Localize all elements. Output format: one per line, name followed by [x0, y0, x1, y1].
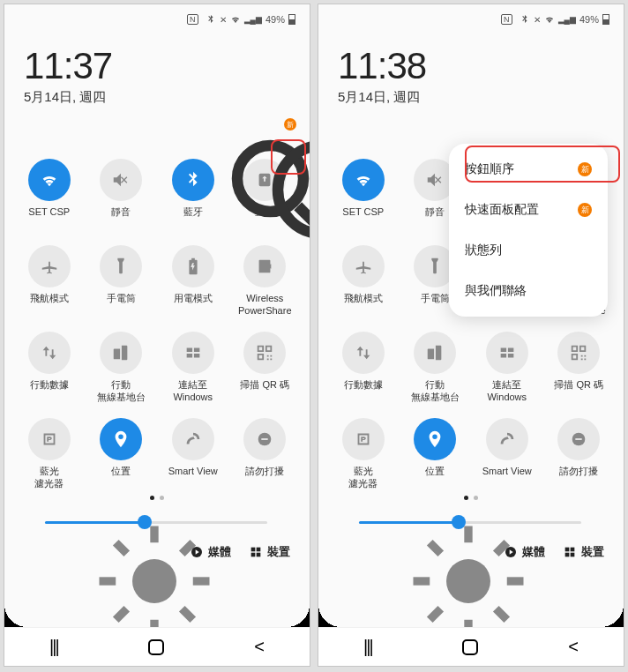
tile-icon-wifi[interactable]	[28, 159, 71, 201]
tile-windows[interactable]: 連結至 Windows	[157, 332, 229, 404]
tile-qr[interactable]: 掃描 QR 碼	[543, 332, 616, 404]
media-button[interactable]: 媒體	[190, 544, 231, 560]
tile-icon-smartview[interactable]	[172, 418, 214, 460]
clock-time: 11:37	[24, 45, 290, 87]
devices-button[interactable]: 裝置	[249, 544, 290, 560]
clock-time: 11:38	[338, 45, 604, 87]
status-bar: N ✕ ▂▄▆ 49%	[4, 4, 310, 31]
dnd-icon	[255, 429, 274, 449]
clock-date: 5月14日, 週四	[24, 89, 290, 106]
tile-label: 請勿打擾	[559, 466, 598, 490]
settings-button[interactable]	[230, 123, 248, 141]
corner	[287, 604, 310, 627]
tile-qr[interactable]: 掃描 QR 碼	[229, 332, 302, 404]
airplane-icon	[40, 257, 59, 276]
tile-label: SET CSP	[342, 206, 384, 231]
tile-data[interactable]: 行動數據	[327, 332, 400, 404]
tile-icon-hotspot[interactable]	[414, 332, 456, 374]
bluelight-icon	[40, 429, 59, 449]
brightness-expand[interactable]	[590, 514, 606, 530]
tile-location[interactable]: 位置	[86, 418, 158, 490]
battery-text: 49%	[579, 14, 599, 25]
grid-icon	[563, 545, 577, 559]
back-button[interactable]: <	[568, 637, 579, 657]
tile-icon-bluelight[interactable]	[28, 418, 71, 460]
tile-icon-mute[interactable]	[100, 159, 142, 201]
brightness-slider[interactable]	[359, 521, 581, 524]
tile-dnd[interactable]: 請勿打擾	[229, 418, 302, 490]
tile-wifi[interactable]: SET CSP	[13, 159, 86, 231]
tile-bluelight[interactable]: 藍光 濾光器	[327, 418, 400, 490]
menu-item-2[interactable]: 狀態列	[449, 230, 608, 271]
tile-smartview[interactable]: Smart View	[471, 418, 543, 490]
back-button[interactable]: <	[254, 637, 265, 657]
media-button[interactable]: 媒體	[504, 544, 545, 560]
signal-icon: ▂▄▆	[558, 15, 576, 24]
tile-wifi[interactable]: SET CSP	[327, 159, 400, 231]
tile-airplane[interactable]: 飛航模式	[13, 245, 86, 317]
tile-data[interactable]: 行動數據	[13, 332, 86, 404]
menu-item-1[interactable]: 快速面板配置 新	[449, 190, 608, 230]
tile-icon-dnd[interactable]	[557, 418, 600, 460]
tile-icon-airplane[interactable]	[28, 245, 71, 287]
play-icon	[190, 545, 204, 559]
menu-label: 按鈕順序	[465, 161, 514, 177]
brightness-expand[interactable]	[276, 514, 292, 530]
tile-hotspot[interactable]: 行動 無線基地台	[86, 332, 158, 404]
recent-button[interactable]: |||	[49, 637, 58, 657]
data-icon	[354, 343, 373, 362]
tile-icon-airplane[interactable]	[342, 245, 385, 287]
tile-bluelight[interactable]: 藍光 濾光器	[13, 418, 86, 490]
tile-airplane[interactable]: 飛航模式	[327, 245, 400, 317]
tile-icon-dnd[interactable]	[243, 418, 286, 460]
home-button[interactable]	[148, 639, 164, 655]
search-button[interactable]	[149, 123, 167, 141]
location-icon	[425, 429, 445, 449]
menu-item-0[interactable]: 按鈕順序 新	[449, 149, 608, 190]
wifi-icon	[354, 170, 373, 190]
status-bar: N ✕ ▂▄▆ 49%	[318, 4, 624, 31]
tile-label: Smart View	[168, 466, 218, 490]
tile-icon-windows[interactable]	[486, 332, 528, 374]
recent-button[interactable]: |||	[363, 637, 372, 657]
nav-bar: ||| <	[318, 627, 624, 666]
tile-label: 位置	[425, 466, 445, 490]
tile-icon-qr[interactable]	[557, 332, 600, 374]
tile-label: 靜音	[425, 206, 445, 231]
tile-icon-wifi[interactable]	[342, 159, 385, 201]
dot-2	[160, 496, 164, 500]
brightness-row	[4, 500, 310, 537]
overflow-menu: 按鈕順序 新 快速面板配置 新 狀態列 與我們聯絡	[449, 144, 608, 317]
tile-location[interactable]: 位置	[400, 418, 472, 490]
tile-icon-windows[interactable]	[172, 332, 214, 374]
tile-icon-location[interactable]	[414, 418, 456, 460]
power-button[interactable]	[190, 123, 207, 141]
tile-flashlight[interactable]: 手電筒	[86, 245, 158, 317]
menu-item-3[interactable]: 與我們聯絡	[449, 271, 608, 311]
tile-icon-data[interactable]	[342, 332, 385, 374]
tile-icon-qr[interactable]	[243, 332, 286, 374]
more-button[interactable]: 新	[271, 123, 288, 141]
tile-label: 行動 無線基地台	[411, 379, 460, 404]
tile-hotspot[interactable]: 行動 無線基地台	[400, 332, 472, 404]
tile-battery[interactable]: 用電模式	[157, 245, 229, 317]
tile-icon-location[interactable]	[100, 418, 142, 460]
home-button[interactable]	[462, 639, 478, 655]
qr-icon	[569, 343, 588, 362]
tile-icon-flashlight[interactable]	[100, 245, 142, 287]
battery-icon	[183, 257, 203, 276]
media-label: 媒體	[522, 544, 545, 560]
tile-smartview[interactable]: Smart View	[157, 418, 229, 490]
tile-icon-data[interactable]	[28, 332, 71, 374]
devices-button[interactable]: 裝置	[563, 544, 604, 560]
clock-block: 11:38 5月14日, 週四	[318, 31, 624, 115]
tile-icon-bluelight[interactable]	[342, 418, 385, 460]
tile-mute[interactable]: 靜音	[86, 159, 158, 231]
tile-powershare[interactable]: Wireless PowerShare	[229, 245, 302, 317]
brightness-slider[interactable]	[45, 521, 267, 524]
dot-1	[464, 496, 468, 500]
tile-icon-smartview[interactable]	[486, 418, 528, 460]
tile-windows[interactable]: 連結至 Windows	[471, 332, 543, 404]
tile-dnd[interactable]: 請勿打擾	[543, 418, 616, 490]
tile-icon-hotspot[interactable]	[100, 332, 142, 374]
